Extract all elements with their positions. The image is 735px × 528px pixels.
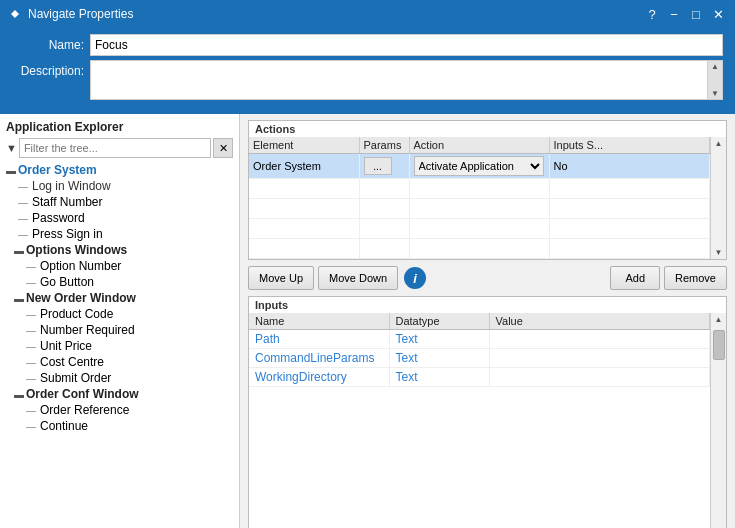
- input-type-cmdparams: Text: [396, 351, 418, 365]
- info-button[interactable]: i: [404, 267, 426, 289]
- tree-leaf-label: Order Reference: [40, 403, 129, 417]
- app-explorer-title: Application Explorer: [6, 120, 233, 134]
- input-name-cmdparams: CommandLineParams: [255, 351, 374, 365]
- minimize-button[interactable]: −: [665, 5, 683, 23]
- tree-leaf-label: Staff Number: [32, 195, 102, 209]
- tree-leaf-label: Unit Price: [40, 339, 92, 353]
- move-down-button[interactable]: Move Down: [318, 266, 398, 290]
- inputs-row[interactable]: Path Text: [249, 330, 710, 349]
- remove-button[interactable]: Remove: [664, 266, 727, 290]
- description-input[interactable]: [90, 60, 723, 100]
- inputs-label: Inputs: [249, 297, 726, 313]
- tree-item-optionswindows[interactable]: ▬ Options Windows: [6, 242, 233, 258]
- input-type-path: Text: [396, 332, 418, 346]
- tree-leaf-label: Go Button: [40, 275, 94, 289]
- tree-item-productcode[interactable]: — Product Code: [6, 306, 233, 322]
- tree-item-orderref[interactable]: — Order Reference: [6, 402, 233, 418]
- inputs-row[interactable]: CommandLineParams Text: [249, 349, 710, 368]
- tree-leaf-label: Password: [32, 211, 85, 225]
- input-name-workingdir: WorkingDirectory: [255, 370, 347, 384]
- description-label: Description:: [12, 60, 84, 78]
- input-name-path: Path: [255, 332, 280, 346]
- filter-input[interactable]: [19, 138, 211, 158]
- tree-item-orderconfwindow[interactable]: ▬ Order Conf Window: [6, 386, 233, 402]
- actions-group: Actions Element Params Action Inputs S..…: [248, 120, 727, 260]
- actions-table: Element Params Action Inputs S... Order …: [249, 137, 710, 259]
- actions-scrollbar[interactable]: ▲ ▼: [710, 137, 726, 259]
- inputs-col-name: Name: [249, 313, 389, 330]
- tree-leaf-label: Cost Centre: [40, 355, 104, 369]
- tree-item-staffnumber[interactable]: — Staff Number: [6, 194, 233, 210]
- actions-label: Actions: [249, 121, 726, 137]
- tree-item-ordersystem[interactable]: ▬ Order System: [6, 162, 233, 178]
- tree-item-continue[interactable]: — Continue: [6, 418, 233, 434]
- inputs-scrollbar[interactable]: ▲ ▼: [710, 313, 726, 528]
- scroll-down-arrow[interactable]: ▼: [713, 246, 725, 259]
- scroll-up-arrow[interactable]: ▲: [713, 137, 725, 150]
- tree-item-unitprice[interactable]: — Unit Price: [6, 338, 233, 354]
- input-value-cmdparams[interactable]: [489, 349, 710, 368]
- col-inputss: Inputs S...: [549, 137, 710, 154]
- tree-item-numberrequired[interactable]: — Number Required: [6, 322, 233, 338]
- tree-leaf-label: Option Number: [40, 259, 121, 273]
- help-button[interactable]: ?: [643, 5, 661, 23]
- inputs-scroll-down-arrow[interactable]: ▼: [713, 524, 725, 528]
- tree-leaf-label: Number Required: [40, 323, 135, 337]
- tree-leaf-label: Log in Window: [32, 179, 111, 193]
- tree-item-optionnumber[interactable]: — Option Number: [6, 258, 233, 274]
- tree-item-loginwindow[interactable]: — Log in Window: [6, 178, 233, 194]
- expand-group-icon: ▬: [14, 293, 24, 304]
- actions-row-empty: [249, 219, 710, 239]
- tree-leaf-label: Submit Order: [40, 371, 111, 385]
- col-element: Element: [249, 137, 359, 154]
- actions-row-empty: [249, 179, 710, 199]
- inputs-row[interactable]: WorkingDirectory Text: [249, 368, 710, 387]
- tree-item-neworderwindow[interactable]: ▬ New Order Window: [6, 290, 233, 306]
- name-input[interactable]: [90, 34, 723, 56]
- input-value-path[interactable]: [489, 330, 710, 349]
- expand-group-icon: ▬: [14, 245, 24, 256]
- window-title: Navigate Properties: [28, 7, 133, 21]
- tree-item-gobutton[interactable]: — Go Button: [6, 274, 233, 290]
- restore-button[interactable]: □: [687, 5, 705, 23]
- inputs-scroll-thumb: [713, 330, 725, 360]
- inputs-col-value: Value: [489, 313, 710, 330]
- desc-scrollbar[interactable]: ▲ ▼: [707, 60, 723, 100]
- filter-row: ▼ ✕: [6, 138, 233, 158]
- actions-cell-params[interactable]: ...: [359, 154, 409, 179]
- tree-item-presssignin[interactable]: — Press Sign in: [6, 226, 233, 242]
- actions-row-empty: [249, 239, 710, 259]
- inputs-table: Name Datatype Value Path Text: [249, 313, 710, 387]
- move-up-button[interactable]: Move Up: [248, 266, 314, 290]
- inputs-col-datatype: Datatype: [389, 313, 489, 330]
- scroll-down-icon[interactable]: ▼: [710, 88, 720, 99]
- tree-item-costcentre[interactable]: — Cost Centre: [6, 354, 233, 370]
- scroll-up-icon[interactable]: ▲: [710, 61, 720, 72]
- filter-icon: ▼: [6, 142, 17, 154]
- actions-cell-action[interactable]: Activate Application: [409, 154, 549, 179]
- add-button[interactable]: Add: [610, 266, 660, 290]
- close-button[interactable]: ✕: [709, 5, 727, 23]
- inputs-group: Inputs Name Datatype Value: [248, 296, 727, 528]
- tree-group-label: Order Conf Window: [26, 387, 139, 401]
- inputs-scroll-up-arrow[interactable]: ▲: [713, 313, 725, 326]
- tree: ▬ Order System — Log in Window — Staff N…: [6, 162, 233, 528]
- app-icon: [8, 7, 22, 21]
- input-value-workingdir[interactable]: [489, 368, 710, 387]
- name-label: Name:: [12, 38, 84, 52]
- tree-item-password[interactable]: — Password: [6, 210, 233, 226]
- tree-group-label: New Order Window: [26, 291, 136, 305]
- title-bar: Navigate Properties ? − □ ✕: [0, 0, 735, 28]
- tree-leaf-label: Continue: [40, 419, 88, 433]
- right-panel: Actions Element Params Action Inputs S..…: [240, 114, 735, 528]
- actions-cell-inputss: No: [549, 154, 710, 179]
- tree-leaf-label: Product Code: [40, 307, 113, 321]
- header-area: Name: Description: ▲ ▼: [0, 28, 735, 114]
- expand-icon: ▬: [6, 165, 16, 176]
- params-button[interactable]: ...: [364, 157, 392, 175]
- clear-filter-button[interactable]: ✕: [213, 138, 233, 158]
- action-select[interactable]: Activate Application: [414, 156, 544, 176]
- tree-item-submitorder[interactable]: — Submit Order: [6, 370, 233, 386]
- svg-marker-0: [11, 10, 19, 18]
- actions-row[interactable]: Order System ... Activate Application No: [249, 154, 710, 179]
